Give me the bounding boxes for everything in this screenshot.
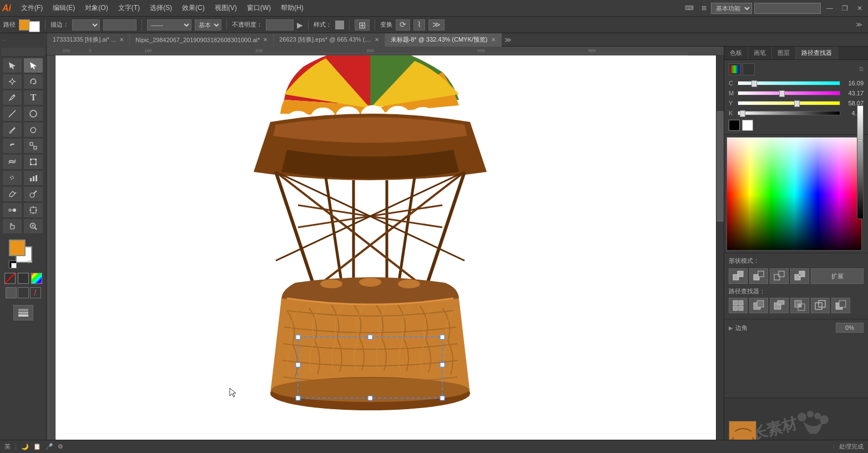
pen-tool[interactable] bbox=[2, 90, 22, 105]
merge-btn[interactable] bbox=[770, 298, 789, 313]
m-slider-track[interactable] bbox=[738, 91, 840, 95]
c-slider-track[interactable] bbox=[738, 81, 840, 85]
brushes-tab[interactable]: 画笔 bbox=[748, 47, 772, 59]
trim-btn[interactable] bbox=[749, 298, 768, 313]
tab-4[interactable]: 未标题-8* @ 332.43% (CMYK/预览) ✕ bbox=[385, 33, 502, 47]
scale-tool[interactable] bbox=[23, 138, 43, 154]
black-swatch[interactable] bbox=[729, 120, 740, 131]
style-swatch[interactable] bbox=[335, 21, 344, 29]
menu-object[interactable]: 对象(O) bbox=[80, 2, 112, 14]
fg-color-box[interactable] bbox=[9, 240, 26, 256]
k-slider-track[interactable] bbox=[738, 111, 840, 115]
canvas-area[interactable]: -100 0 100 200 300 400 500 bbox=[47, 47, 724, 453]
workspace-dropdown[interactable]: 基本功能 bbox=[711, 3, 752, 14]
lasso-tool[interactable] bbox=[23, 74, 43, 89]
minimize-button[interactable]: — bbox=[823, 4, 836, 12]
expand-btn[interactable]: 扩展 bbox=[811, 268, 864, 284]
menu-window[interactable]: 窗口(W) bbox=[243, 2, 275, 14]
menu-effect[interactable]: 效果(C) bbox=[178, 2, 209, 14]
k-slider-thumb[interactable] bbox=[740, 110, 745, 117]
rotate-tool[interactable] bbox=[2, 138, 22, 154]
menu-edit[interactable]: 编辑(E) bbox=[48, 2, 79, 14]
outline-btn[interactable] bbox=[811, 298, 830, 313]
free-transform-tool[interactable] bbox=[23, 154, 43, 170]
y-slider-thumb[interactable] bbox=[794, 100, 800, 107]
opacity-input[interactable]: 70% bbox=[266, 19, 294, 30]
none-icon[interactable] bbox=[743, 63, 755, 75]
tab-2-close[interactable]: ✕ bbox=[263, 37, 268, 43]
corner-value-input[interactable] bbox=[836, 323, 864, 333]
fill-btn[interactable] bbox=[6, 287, 17, 298]
warp-btn[interactable]: ⌇ bbox=[413, 19, 425, 30]
type-tool[interactable]: T bbox=[23, 90, 43, 105]
magic-wand-tool[interactable] bbox=[2, 74, 22, 89]
tab-1-close[interactable]: ✕ bbox=[119, 37, 124, 43]
menu-file[interactable]: 文件(F) bbox=[17, 2, 47, 14]
eyedropper-tool[interactable] bbox=[2, 186, 22, 202]
stroke-btn[interactable] bbox=[18, 287, 29, 298]
color-panel-options[interactable]: ☰ bbox=[859, 67, 864, 72]
layers-panel-btn[interactable] bbox=[13, 305, 33, 320]
menu-help[interactable]: 帮助(H) bbox=[276, 2, 308, 14]
menu-view[interactable]: 视图(V) bbox=[210, 2, 241, 14]
warp-tool[interactable] bbox=[2, 154, 22, 170]
spectrum-canvas[interactable] bbox=[727, 138, 862, 251]
selection-tool[interactable] bbox=[2, 58, 22, 73]
base-dropdown[interactable]: 基本 bbox=[195, 19, 221, 30]
zoom-tool[interactable] bbox=[23, 218, 43, 234]
restore-button[interactable]: ❐ bbox=[839, 4, 851, 12]
minus-front-btn[interactable] bbox=[749, 268, 768, 284]
line-style-dropdown[interactable]: —— bbox=[147, 19, 191, 30]
crop-btn[interactable] bbox=[790, 298, 809, 313]
white-swatch[interactable] bbox=[742, 120, 753, 131]
fill-color-swatch[interactable] bbox=[19, 19, 30, 30]
stroke-dropdown[interactable] bbox=[72, 19, 100, 30]
blob-brush-tool[interactable] bbox=[23, 122, 43, 138]
color-mode-btn[interactable] bbox=[18, 273, 29, 284]
unite-btn[interactable] bbox=[729, 268, 748, 284]
swap-colors-btn[interactable]: ⇄ bbox=[28, 258, 32, 264]
more-btn[interactable]: ≫ bbox=[428, 19, 445, 30]
gradient-fill-btn[interactable]: / bbox=[30, 287, 41, 298]
stroke-color-swatch[interactable] bbox=[29, 21, 40, 32]
measure-tool[interactable] bbox=[23, 186, 43, 202]
tab-1[interactable]: 173331335 [转换].ai* ... ✕ bbox=[47, 33, 130, 47]
layers-tab[interactable]: 图层 bbox=[772, 47, 796, 59]
expand-arrow[interactable]: ▶ bbox=[729, 325, 733, 331]
gradient-btn[interactable] bbox=[31, 273, 42, 284]
toolbar-more[interactable]: ≫ bbox=[854, 21, 865, 28]
color-spectrum[interactable] bbox=[726, 137, 862, 251]
spectrum-icon[interactable] bbox=[729, 63, 741, 75]
column-graph-tool[interactable] bbox=[23, 170, 43, 186]
blend-tool[interactable] bbox=[2, 202, 22, 218]
menu-type[interactable]: 文字(T) bbox=[114, 2, 144, 14]
line-tool[interactable] bbox=[2, 106, 22, 121]
c-slider-thumb[interactable] bbox=[751, 80, 757, 87]
luminance-thumb[interactable] bbox=[857, 140, 863, 142]
symbol-spray-tool[interactable] bbox=[2, 170, 22, 186]
intersect-btn[interactable] bbox=[770, 268, 789, 284]
default-colors-btn[interactable] bbox=[9, 261, 17, 268]
search-input[interactable] bbox=[754, 3, 821, 14]
none-color-btn[interactable] bbox=[4, 273, 16, 284]
menu-select[interactable]: 选择(S) bbox=[145, 2, 176, 14]
tab-3-close[interactable]: ✕ bbox=[375, 37, 379, 43]
tab-more-button[interactable]: ≫ bbox=[502, 33, 515, 47]
luminance-slider[interactable] bbox=[857, 105, 864, 219]
arrange-icons[interactable]: ⊞ bbox=[355, 19, 370, 30]
v-scrollbar-thumb[interactable] bbox=[716, 111, 724, 222]
y-slider-track[interactable] bbox=[738, 101, 840, 105]
shape-tool[interactable] bbox=[23, 106, 43, 121]
stroke-weight-input[interactable] bbox=[103, 19, 137, 30]
tab-3[interactable]: 26623 [转换].eps* @ 665.43% (… ✕ bbox=[274, 33, 385, 47]
direct-selection-tool[interactable] bbox=[23, 58, 43, 73]
close-button[interactable]: ✕ bbox=[854, 4, 866, 12]
paintbrush-tool[interactable] bbox=[2, 122, 22, 138]
canvas-content[interactable] bbox=[55, 55, 724, 453]
opacity-arrow[interactable]: ▶ bbox=[297, 21, 303, 29]
tab-2[interactable]: Nipic_29842067_20190903182608301000.ai* … bbox=[130, 33, 274, 47]
m-slider-thumb[interactable] bbox=[779, 90, 785, 97]
artboard-tool[interactable] bbox=[23, 202, 43, 218]
pathfinder-tab[interactable]: 路径查找器 bbox=[796, 47, 838, 59]
minus-back-btn[interactable] bbox=[831, 298, 850, 313]
